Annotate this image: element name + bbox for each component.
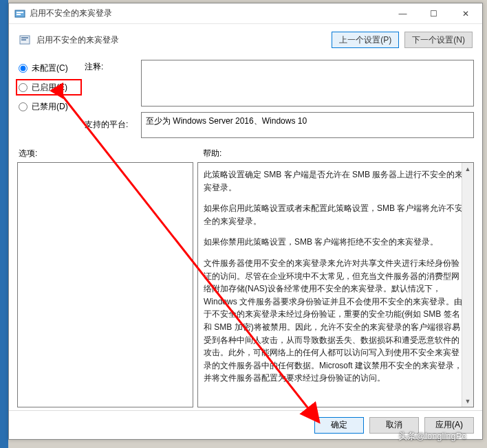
comment-label: 注释:: [85, 60, 137, 74]
label-column: 注释: 支持的平台:: [85, 60, 137, 138]
header-row: 启用不安全的来宾登录 上一个设置(P) 下一个设置(N): [9, 24, 482, 56]
panes-row: 此策略设置确定 SMB 客户端是否允许在 SMB 服务器上进行不安全的来宾登录。…: [17, 162, 474, 410]
options-label: 选项:: [19, 148, 203, 159]
policy-title: 启用不安全的来宾登录: [36, 34, 326, 46]
platform-label: 支持的平台:: [85, 117, 137, 131]
help-paragraph: 如果你启用此策略设置或者未配置此策略设置，SMB 客户端将允许不安全的来宾登录。: [204, 202, 464, 227]
help-text: 此策略设置确定 SMB 客户端是否允许在 SMB 服务器上进行不安全的来宾登录。…: [198, 163, 473, 407]
top-row: 未配置(C) 已启用(E) 已禁用(D) 注释: 支持的平台: 至少为 Wind…: [17, 60, 474, 138]
window-title: 启用不安全的来宾登录: [30, 8, 387, 19]
radio-disabled[interactable]: 已禁用(D): [17, 100, 80, 113]
radio-group: 未配置(C) 已启用(E) 已禁用(D): [17, 60, 80, 138]
radio-disabled-label: 已禁用(D): [32, 101, 68, 113]
scroll-down-arrow-icon[interactable]: ▼: [462, 395, 473, 407]
radio-enabled[interactable]: 已启用(E): [17, 80, 80, 94]
options-pane: [17, 162, 193, 407]
svg-rect-4: [21, 37, 28, 38]
help-scrollbar[interactable]: ▲ ▼: [462, 163, 473, 407]
dialog-footer: 确定 取消 应用(A): [9, 410, 482, 439]
apply-button[interactable]: 应用(A): [424, 417, 474, 434]
scroll-up-arrow-icon[interactable]: ▲: [462, 163, 473, 175]
close-button[interactable]: ✕: [449, 3, 482, 23]
mid-labels-row: 选项: 帮助:: [17, 148, 474, 162]
desktop-background-strip: [0, 0, 8, 448]
previous-setting-button[interactable]: 上一个设置(P): [332, 32, 399, 48]
window-controls: — ☐ ✕: [387, 3, 482, 23]
radio-enabled-input[interactable]: [19, 83, 28, 92]
supported-platform-box: 至少为 Windows Server 2016、Windows 10: [141, 112, 474, 138]
help-label: 帮助:: [203, 148, 473, 159]
help-paragraph: 如果你禁用此策略设置，SMB 客户端将拒绝不安全的来宾登录。: [204, 236, 464, 249]
titlebar: 启用不安全的来宾登录 — ☐ ✕: [9, 3, 482, 24]
help-paragraph: 此策略设置确定 SMB 客户端是否允许在 SMB 服务器上进行不安全的来宾登录。: [204, 168, 464, 194]
svg-rect-2: [17, 14, 21, 15]
help-pane: 此策略设置确定 SMB 客户端是否允许在 SMB 服务器上进行不安全的来宾登录。…: [197, 162, 474, 407]
comment-input[interactable]: [141, 60, 474, 107]
radio-not-configured[interactable]: 未配置(C): [17, 61, 80, 75]
ok-button[interactable]: 确定: [314, 417, 364, 434]
svg-rect-5: [21, 39, 26, 41]
policy-dialog-window: 启用不安全的来宾登录 — ☐ ✕ 启用不安全的来宾登录 上一个设置(P) 下一个…: [8, 3, 483, 440]
help-paragraph: 文件服务器使用不安全的来宾登录来允许对共享文件夹进行未经身份验证的访问。尽管在企…: [204, 257, 464, 385]
svg-rect-1: [17, 12, 23, 13]
app-icon: [14, 8, 25, 19]
dialog-body: 未配置(C) 已启用(E) 已禁用(D) 注释: 支持的平台: 至少为 Wind…: [9, 56, 482, 410]
policy-icon: [19, 34, 31, 46]
field-column: 至少为 Windows Server 2016、Windows 10: [141, 60, 474, 138]
radio-not-configured-input[interactable]: [19, 64, 28, 73]
next-setting-button[interactable]: 下一个设置(N): [404, 32, 473, 48]
radio-not-configured-label: 未配置(C): [32, 63, 68, 74]
minimize-button[interactable]: —: [387, 3, 418, 23]
radio-disabled-input[interactable]: [19, 102, 28, 111]
cancel-button[interactable]: 取消: [369, 417, 419, 434]
radio-enabled-label: 已启用(E): [32, 82, 67, 93]
maximize-button[interactable]: ☐: [418, 3, 449, 23]
